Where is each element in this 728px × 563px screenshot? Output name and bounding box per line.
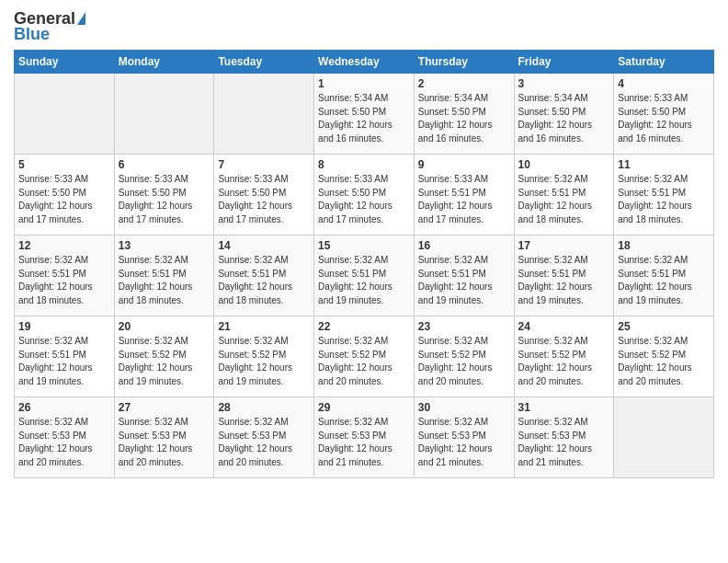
day-number: 27	[119, 401, 210, 414]
day-number: 28	[218, 401, 310, 414]
logo: General Blue	[14, 9, 85, 44]
day-number: 21	[218, 320, 310, 333]
day-number: 26	[18, 401, 110, 414]
day-info: Sunrise: 5:32 AM Sunset: 5:52 PM Dayligh…	[218, 335, 310, 388]
calendar-day-cell	[114, 74, 214, 155]
day-info: Sunrise: 5:34 AM Sunset: 5:50 PM Dayligh…	[518, 92, 610, 145]
day-number: 18	[618, 239, 710, 252]
day-number: 5	[18, 158, 110, 171]
calendar-day-cell	[15, 74, 115, 155]
calendar-day-cell: 3Sunrise: 5:34 AM Sunset: 5:50 PM Daylig…	[514, 74, 614, 155]
day-info: Sunrise: 5:34 AM Sunset: 5:50 PM Dayligh…	[418, 92, 510, 145]
day-info: Sunrise: 5:32 AM Sunset: 5:51 PM Dayligh…	[618, 173, 710, 226]
logo-triangle-icon	[77, 12, 85, 25]
day-number: 2	[418, 77, 510, 90]
calendar-day-cell: 13Sunrise: 5:32 AM Sunset: 5:51 PM Dayli…	[114, 236, 214, 316]
day-number: 24	[518, 320, 610, 333]
day-info: Sunrise: 5:32 AM Sunset: 5:53 PM Dayligh…	[418, 416, 510, 469]
day-info: Sunrise: 5:34 AM Sunset: 5:50 PM Dayligh…	[318, 92, 410, 145]
calendar-day-cell: 19Sunrise: 5:32 AM Sunset: 5:51 PM Dayli…	[15, 316, 115, 397]
day-number: 10	[518, 158, 610, 171]
day-info: Sunrise: 5:32 AM Sunset: 5:51 PM Dayligh…	[518, 254, 610, 307]
day-number: 13	[119, 239, 210, 252]
day-info: Sunrise: 5:32 AM Sunset: 5:53 PM Dayligh…	[18, 416, 110, 469]
day-info: Sunrise: 5:32 AM Sunset: 5:52 PM Dayligh…	[119, 335, 210, 388]
calendar-day-cell: 10Sunrise: 5:32 AM Sunset: 5:51 PM Dayli…	[514, 155, 614, 236]
day-info: Sunrise: 5:32 AM Sunset: 5:53 PM Dayligh…	[518, 416, 610, 469]
calendar-day-cell: 25Sunrise: 5:32 AM Sunset: 5:52 PM Dayli…	[614, 316, 714, 397]
day-info: Sunrise: 5:32 AM Sunset: 5:51 PM Dayligh…	[618, 254, 710, 307]
day-info: Sunrise: 5:33 AM Sunset: 5:50 PM Dayligh…	[318, 173, 410, 226]
day-info: Sunrise: 5:33 AM Sunset: 5:50 PM Dayligh…	[18, 173, 110, 226]
calendar-day-cell: 27Sunrise: 5:32 AM Sunset: 5:53 PM Dayli…	[114, 397, 214, 478]
calendar-day-cell: 18Sunrise: 5:32 AM Sunset: 5:51 PM Dayli…	[614, 236, 714, 316]
day-number: 14	[218, 239, 310, 252]
calendar-day-cell: 4Sunrise: 5:33 AM Sunset: 5:50 PM Daylig…	[614, 74, 714, 155]
day-info: Sunrise: 5:33 AM Sunset: 5:50 PM Dayligh…	[119, 173, 210, 226]
calendar-week-row: 5Sunrise: 5:33 AM Sunset: 5:50 PM Daylig…	[15, 155, 714, 236]
day-number: 11	[618, 158, 710, 171]
calendar-week-row: 19Sunrise: 5:32 AM Sunset: 5:51 PM Dayli…	[15, 316, 714, 397]
calendar-day-cell: 7Sunrise: 5:33 AM Sunset: 5:50 PM Daylig…	[214, 155, 314, 236]
day-number: 6	[119, 158, 210, 171]
day-number: 7	[218, 158, 310, 171]
calendar-day-cell: 22Sunrise: 5:32 AM Sunset: 5:52 PM Dayli…	[314, 316, 415, 397]
calendar-day-cell: 30Sunrise: 5:32 AM Sunset: 5:53 PM Dayli…	[414, 397, 514, 478]
calendar-day-cell: 20Sunrise: 5:32 AM Sunset: 5:52 PM Dayli…	[114, 316, 214, 397]
calendar-day-cell	[214, 74, 314, 155]
day-number: 4	[618, 77, 710, 90]
calendar-day-cell: 15Sunrise: 5:32 AM Sunset: 5:51 PM Dayli…	[314, 236, 415, 316]
calendar-day-cell: 6Sunrise: 5:33 AM Sunset: 5:50 PM Daylig…	[114, 155, 214, 236]
day-info: Sunrise: 5:33 AM Sunset: 5:50 PM Dayligh…	[618, 92, 710, 145]
day-info: Sunrise: 5:33 AM Sunset: 5:51 PM Dayligh…	[418, 173, 510, 226]
calendar-day-cell: 29Sunrise: 5:32 AM Sunset: 5:53 PM Dayli…	[314, 397, 415, 478]
calendar-day-cell: 5Sunrise: 5:33 AM Sunset: 5:50 PM Daylig…	[15, 155, 115, 236]
day-number: 1	[318, 77, 410, 90]
calendar-day-cell: 24Sunrise: 5:32 AM Sunset: 5:52 PM Dayli…	[514, 316, 614, 397]
day-of-week-header: Thursday	[414, 51, 514, 74]
calendar-week-row: 12Sunrise: 5:32 AM Sunset: 5:51 PM Dayli…	[15, 236, 714, 316]
calendar-day-cell: 1Sunrise: 5:34 AM Sunset: 5:50 PM Daylig…	[314, 74, 415, 155]
day-of-week-header: Sunday	[15, 51, 115, 74]
day-info: Sunrise: 5:32 AM Sunset: 5:53 PM Dayligh…	[119, 416, 210, 469]
day-number: 23	[418, 320, 510, 333]
day-of-week-header: Tuesday	[214, 51, 314, 74]
calendar-day-cell: 12Sunrise: 5:32 AM Sunset: 5:51 PM Dayli…	[15, 236, 115, 316]
calendar-day-cell: 23Sunrise: 5:32 AM Sunset: 5:52 PM Dayli…	[414, 316, 514, 397]
calendar-day-cell: 31Sunrise: 5:32 AM Sunset: 5:53 PM Dayli…	[514, 397, 614, 478]
calendar-table: SundayMondayTuesdayWednesdayThursdayFrid…	[14, 50, 714, 478]
day-of-week-header: Friday	[514, 51, 614, 74]
calendar-day-cell: 9Sunrise: 5:33 AM Sunset: 5:51 PM Daylig…	[414, 155, 514, 236]
day-info: Sunrise: 5:32 AM Sunset: 5:51 PM Dayligh…	[318, 254, 410, 307]
day-number: 8	[318, 158, 410, 171]
day-number: 9	[418, 158, 510, 171]
day-number: 29	[318, 401, 410, 414]
header: General Blue	[14, 9, 714, 44]
day-info: Sunrise: 5:32 AM Sunset: 5:53 PM Dayligh…	[318, 416, 410, 469]
day-of-week-header: Wednesday	[314, 51, 415, 74]
day-info: Sunrise: 5:33 AM Sunset: 5:50 PM Dayligh…	[218, 173, 310, 226]
day-info: Sunrise: 5:32 AM Sunset: 5:52 PM Dayligh…	[618, 335, 710, 388]
day-number: 19	[18, 320, 110, 333]
day-of-week-header: Monday	[114, 51, 214, 74]
calendar-header-row: SundayMondayTuesdayWednesdayThursdayFrid…	[15, 51, 714, 74]
day-number: 31	[518, 401, 610, 414]
day-info: Sunrise: 5:32 AM Sunset: 5:52 PM Dayligh…	[318, 335, 410, 388]
day-number: 25	[618, 320, 710, 333]
calendar-day-cell: 28Sunrise: 5:32 AM Sunset: 5:53 PM Dayli…	[214, 397, 314, 478]
day-of-week-header: Saturday	[614, 51, 714, 74]
day-number: 22	[318, 320, 410, 333]
calendar-week-row: 1Sunrise: 5:34 AM Sunset: 5:50 PM Daylig…	[15, 74, 714, 155]
day-number: 20	[119, 320, 210, 333]
day-number: 30	[418, 401, 510, 414]
calendar-day-cell: 11Sunrise: 5:32 AM Sunset: 5:51 PM Dayli…	[614, 155, 714, 236]
day-info: Sunrise: 5:32 AM Sunset: 5:51 PM Dayligh…	[418, 254, 510, 307]
calendar-day-cell	[614, 397, 714, 478]
day-number: 12	[18, 239, 110, 252]
day-info: Sunrise: 5:32 AM Sunset: 5:51 PM Dayligh…	[119, 254, 210, 307]
day-number: 15	[318, 239, 410, 252]
day-info: Sunrise: 5:32 AM Sunset: 5:51 PM Dayligh…	[18, 335, 110, 388]
calendar-body: 1Sunrise: 5:34 AM Sunset: 5:50 PM Daylig…	[15, 74, 714, 478]
calendar-day-cell: 2Sunrise: 5:34 AM Sunset: 5:50 PM Daylig…	[414, 74, 514, 155]
day-info: Sunrise: 5:32 AM Sunset: 5:52 PM Dayligh…	[418, 335, 510, 388]
